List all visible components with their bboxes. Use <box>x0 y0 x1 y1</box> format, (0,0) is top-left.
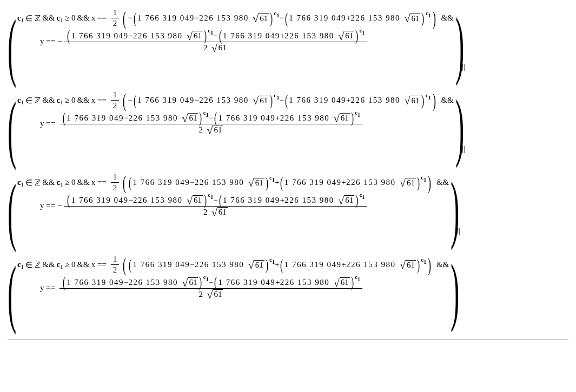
close-paren-icon: ) <box>451 171 453 247</box>
integers-symbol: ℤ <box>35 178 41 188</box>
denominator: 2 <box>111 183 120 193</box>
unary-minus: − <box>57 201 62 210</box>
large-integer-b: 226 153 980 <box>350 14 400 23</box>
subscript-1: 1 <box>362 30 365 36</box>
subscript-1: 1 <box>60 264 63 270</box>
sqrt-argument: 61 <box>213 289 223 299</box>
square-root: √61 <box>404 14 420 23</box>
large-integer-b: 226 153 980 <box>346 178 396 187</box>
large-integer-a: 1 766 319 049 <box>133 178 190 187</box>
subscript-1: 1 <box>362 194 365 200</box>
large-integer-a: 1 766 319 049 <box>67 278 124 287</box>
large-integer-a: 1 766 319 049 <box>67 114 124 123</box>
large-integer-a: 1 766 319 049 <box>284 260 342 269</box>
greater-equal-symbol: ≥ <box>63 14 71 23</box>
two: 2 <box>203 208 208 217</box>
variable-y: y <box>40 201 44 210</box>
exponent: c1 <box>426 92 431 98</box>
operator: − <box>190 178 194 187</box>
exponent: c1 <box>274 92 280 98</box>
condition-line-x: c1 ∈ ℤ && c1 ≥ 0 && x == 1 2 (−(1 766 31… <box>17 90 455 111</box>
exponent: c1 <box>208 191 213 198</box>
subscript-1: 1 <box>423 177 426 183</box>
constant-c: c <box>426 10 428 16</box>
square-root: √61 <box>211 207 228 217</box>
subscript-1: 1 <box>60 182 63 188</box>
open-paren-icon: ( <box>8 91 11 167</box>
numerator: 1 <box>111 8 120 18</box>
equals-symbol: == <box>95 260 108 269</box>
variable-x: x <box>91 14 96 23</box>
constant-c: c <box>426 92 428 98</box>
subscript-1: 1 <box>428 12 431 18</box>
square-root: √61 <box>404 96 420 105</box>
square-root: √61 <box>207 289 223 299</box>
large-integer-b: 226 153 980 <box>128 278 178 287</box>
logical-and: && <box>42 14 55 23</box>
operator: + <box>280 31 284 41</box>
sqrt-argument: 61 <box>406 178 416 188</box>
large-integer-b: 226 153 980 <box>133 196 183 205</box>
logical-and: && <box>42 178 55 187</box>
logical-and: && <box>434 260 449 269</box>
subscript-1: 1 <box>21 182 24 188</box>
sqrt-argument: 61 <box>344 195 354 205</box>
operator: + <box>346 96 350 105</box>
exponent: c1 <box>269 174 275 181</box>
sqrt-argument: 61 <box>254 178 264 188</box>
two: 2 <box>198 125 203 135</box>
denominator: 2 <box>111 18 120 29</box>
subscript-1: 1 <box>210 194 213 200</box>
element-of-symbol: ∈ <box>24 178 35 188</box>
zero: 0 <box>71 14 76 23</box>
large-integer-a: 1 766 319 049 <box>289 14 346 23</box>
square-root: √61 <box>334 277 350 287</box>
square-root: √61 <box>400 178 416 188</box>
large-integer-a: 1 766 319 049 <box>218 114 275 123</box>
constant-c: c <box>17 96 21 105</box>
clause-body: c1 ∈ ℤ && c1 ≥ 0 && x == 1 2 (−(1 766 31… <box>17 6 455 87</box>
sqrt-argument: 61 <box>259 14 269 23</box>
mathematica-output-cell: ( c1 ∈ ℤ && c1 ≥ 0 && x == 1 2 (−(1 766 … <box>8 6 568 340</box>
fraction-one-half: 1 2 <box>111 254 120 275</box>
operator: − <box>213 196 217 205</box>
sqrt-argument: 61 <box>254 260 264 270</box>
subscript-1: 1 <box>210 30 213 36</box>
operator: + <box>275 260 279 269</box>
greater-equal-symbol: ≥ <box>63 178 71 187</box>
sqrt-argument: 61 <box>340 277 350 287</box>
operator: − <box>195 96 199 105</box>
condition-line-x: c1 ∈ ℤ && c1 ≥ 0 && x == 1 2 ((1 766 319… <box>17 172 451 193</box>
fraction-one-half: 1 2 <box>111 172 120 193</box>
operator: − <box>213 31 217 41</box>
open-paren-icon: ( <box>8 255 11 331</box>
numerator: (1 766 319 049 − 226 153 980 √61)c1 − (1… <box>59 276 362 288</box>
numerator: (1 766 319 049 − 226 153 980 √61)c1 − (1… <box>59 112 362 124</box>
sqrt-argument: 61 <box>217 207 228 217</box>
logical-clause: ( c1 ∈ ℤ && c1 ≥ 0 && x == 1 2 (−(1 766 … <box>8 89 568 169</box>
fraction-y-expression: (1 766 319 049 − 226 153 980 √61)c1 − (1… <box>64 194 367 217</box>
square-root: √61 <box>187 195 203 205</box>
operator: − <box>124 114 128 123</box>
constant-c: c <box>203 274 206 280</box>
logical-clause: ( c1 ∈ ℤ && c1 ≥ 0 && x == 1 2 (−(1 766 … <box>8 6 568 87</box>
subscript-1: 1 <box>423 259 426 265</box>
variable-y: y <box>40 119 44 128</box>
close-paren-icon: ) <box>455 6 458 82</box>
greater-equal-symbol: ≥ <box>63 96 71 105</box>
sqrt-argument: 61 <box>188 277 198 287</box>
operator: + <box>275 114 280 123</box>
constant-c: c <box>17 260 21 269</box>
square-root: √61 <box>253 96 269 105</box>
sqrt-argument: 61 <box>193 195 203 205</box>
exponent: c1 <box>421 174 426 181</box>
zero: 0 <box>71 260 76 269</box>
equals-symbol: == <box>44 37 57 46</box>
operator: − <box>209 114 213 123</box>
numerator: (1 766 319 049 − 226 153 980 √61)c1 − (1… <box>64 194 367 206</box>
clause-body: c1 ∈ ℤ && c1 ≥ 0 && x == 1 2 ((1 766 319… <box>17 171 451 251</box>
two: 2 <box>203 43 208 52</box>
constant-c: c <box>203 109 206 116</box>
large-integer-b: 226 153 980 <box>280 278 330 287</box>
unary-minus: − <box>128 14 132 23</box>
